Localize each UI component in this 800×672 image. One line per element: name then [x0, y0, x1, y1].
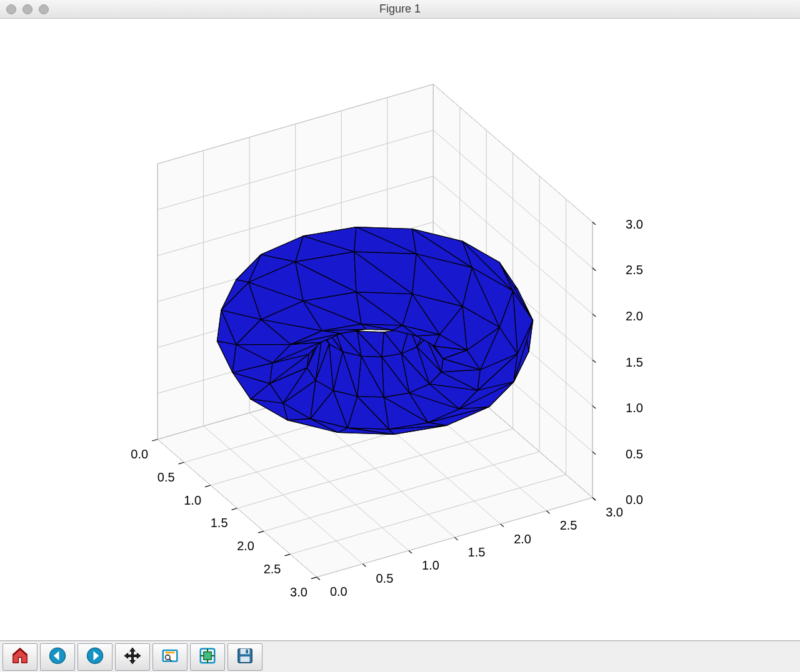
svg-text:1.0: 1.0: [422, 558, 439, 572]
svg-line-70: [592, 498, 596, 500]
zoom-rect-icon: [161, 646, 179, 668]
zoom-window-icon[interactable]: [39, 4, 49, 14]
svg-line-62: [454, 537, 458, 540]
svg-rect-93: [241, 656, 250, 662]
svg-line-42: [152, 439, 158, 441]
svg-text:3.0: 3.0: [290, 585, 308, 599]
svg-line-80: [592, 268, 596, 270]
svg-text:2.5: 2.5: [264, 562, 281, 576]
save-icon: [236, 646, 254, 668]
arrow-right-icon: [86, 646, 104, 668]
svg-line-48: [232, 508, 238, 510]
svg-text:2.5: 2.5: [626, 263, 643, 277]
move-icon: [123, 646, 142, 668]
svg-text:3.0: 3.0: [626, 217, 643, 231]
svg-text:1.0: 1.0: [626, 401, 643, 415]
svg-line-66: [546, 511, 549, 513]
svg-line-82: [592, 222, 596, 225]
window-title: Figure 1: [0, 2, 800, 16]
svg-line-78: [592, 314, 596, 317]
svg-line-44: [179, 462, 184, 464]
svg-rect-92: [246, 650, 248, 653]
arrow-left-icon: [48, 646, 67, 668]
svg-line-46: [205, 485, 211, 487]
svg-rect-91: [241, 648, 250, 654]
home-button[interactable]: [2, 643, 38, 671]
svg-text:2.0: 2.0: [237, 539, 254, 553]
svg-line-64: [501, 524, 504, 526]
matplotlib-toolbar: [0, 641, 800, 672]
svg-text:3.0: 3.0: [606, 505, 623, 519]
svg-line-72: [592, 452, 596, 454]
home-icon: [11, 646, 29, 668]
svg-text:0.0: 0.0: [131, 447, 148, 461]
svg-text:0.0: 0.0: [626, 493, 643, 506]
svg-line-56: [317, 577, 320, 580]
svg-text:1.5: 1.5: [468, 545, 486, 559]
svg-text:0.5: 0.5: [158, 470, 175, 484]
zoom-button[interactable]: [152, 643, 188, 671]
svg-text:0.0: 0.0: [330, 585, 348, 598]
svg-text:1.0: 1.0: [184, 493, 201, 507]
svg-line-52: [285, 554, 291, 556]
svg-line-58: [362, 564, 366, 566]
svg-text:1.5: 1.5: [626, 355, 643, 369]
svg-line-76: [592, 360, 596, 362]
svg-rect-89: [204, 651, 212, 660]
configure-subplots-icon: [198, 646, 217, 668]
svg-line-60: [409, 551, 412, 553]
svg-text:0.5: 0.5: [376, 571, 394, 585]
svg-text:1.5: 1.5: [211, 516, 228, 530]
plot-canvas[interactable]: 0.00.51.01.52.02.53.00.00.51.01.52.02.53…: [0, 19, 800, 641]
svg-line-54: [311, 577, 317, 579]
minimize-icon[interactable]: [22, 4, 32, 14]
window-titlebar: Figure 1: [0, 0, 800, 19]
forward-button[interactable]: [78, 643, 112, 671]
svg-text:0.5: 0.5: [626, 447, 643, 461]
svg-text:2.0: 2.0: [514, 532, 531, 546]
svg-text:2.0: 2.0: [626, 309, 643, 323]
close-icon[interactable]: [6, 4, 16, 14]
svg-line-50: [258, 531, 264, 533]
pan-button[interactable]: [115, 643, 150, 671]
back-button[interactable]: [40, 643, 75, 671]
subplots-button[interactable]: [190, 643, 225, 671]
svg-text:2.5: 2.5: [560, 518, 578, 532]
save-button[interactable]: [228, 643, 262, 671]
svg-line-74: [592, 406, 596, 408]
